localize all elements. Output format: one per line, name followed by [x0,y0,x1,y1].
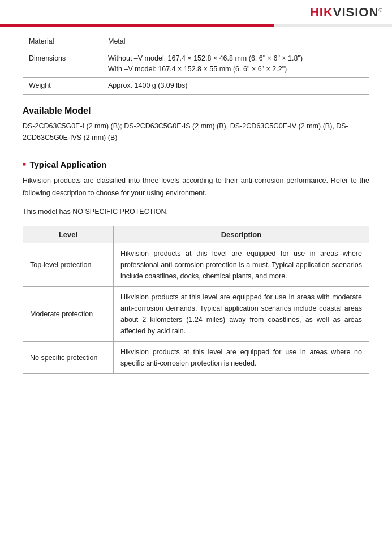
dimensions-line1: Without –V model: 167.4 × 152.8 × 46.8 m… [108,54,303,62]
spec-value-weight: Approx. 1400 g (3.09 lbs) [102,78,369,95]
table-row: Dimensions Without –V model: 167.4 × 152… [23,50,369,78]
protection-desc-none: Hikvision products at this level are equ… [114,341,369,373]
table-header-row: Level Description [23,226,369,243]
protection-level-moderate: Moderate protection [23,286,114,341]
typical-application-label: Typical Application [29,160,106,169]
protection-desc-moderate: Hikvision products at this level are equ… [114,286,369,341]
spec-value-dimensions: Without –V model: 167.4 × 152.8 × 46.8 m… [102,50,369,78]
dimensions-line2: With –V model: 167.4 × 152.8 × 55 mm (6.… [108,65,287,73]
spec-label-weight: Weight [23,78,102,95]
col-header-description: Description [114,226,369,243]
table-row: Top-level protection Hikvision products … [23,243,369,286]
protection-desc-top: Hikvision products at this level are equ… [114,243,369,286]
specs-table: Material Metal Dimensions Without –V mod… [23,33,369,95]
col-header-level: Level [23,226,114,243]
table-row: Weight Approx. 1400 g (3.09 lbs) [23,78,369,95]
no-protection-text: This model has NO SPECIFIC PROTECTION. [23,208,369,216]
logo-vision: VISION® [333,5,383,19]
table-row: No specific protection Hikvision product… [23,341,369,373]
logo-hik: HIK [310,5,333,19]
protection-level-none: No specific protection [23,341,114,373]
logo-text: HIKVISION® [310,5,383,20]
available-model-title: Available Model [23,106,369,116]
main-content: Material Metal Dimensions Without –V mod… [0,27,392,391]
spec-value-material: Metal [102,33,369,50]
table-row: Material Metal [23,33,369,50]
typical-application-title: ▪ Typical Application [23,159,369,169]
spec-label-material: Material [23,33,102,50]
logo: HIKVISION® [310,5,383,20]
protection-level-top: Top-level protection [23,243,114,286]
spec-label-dimensions: Dimensions [23,50,102,78]
header: HIKVISION® [0,0,392,24]
protection-table: Level Description Top-level protection H… [23,226,369,374]
available-model-text: DS-2CD63C5G0E-I (2 mm) (B); DS-2CD63C5G0… [23,121,369,143]
table-row: Moderate protection Hikvision products a… [23,286,369,341]
typical-application-description: Hikvision products are classified into t… [23,175,369,200]
bullet-icon: ▪ [23,159,26,169]
